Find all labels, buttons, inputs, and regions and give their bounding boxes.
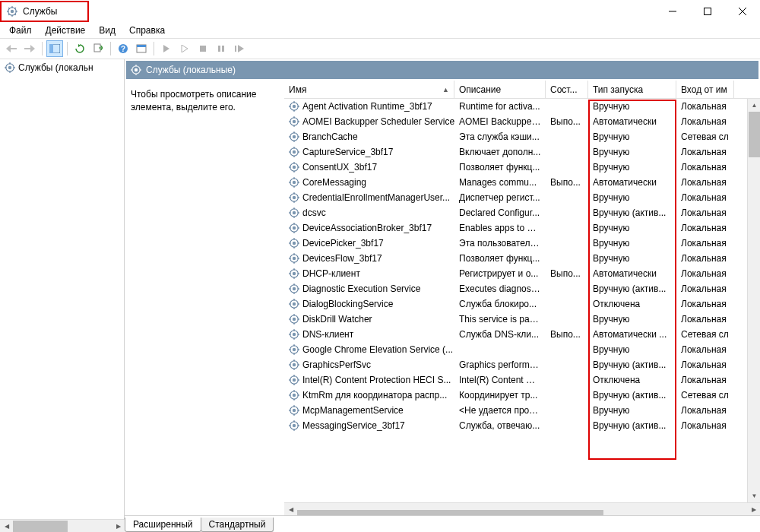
service-row[interactable]: McpManagementService<Не удается проч...В… xyxy=(284,403,760,418)
col-header-logon[interactable]: Вход от им xyxy=(676,81,734,98)
service-row[interactable]: DNS-клиентСлужба DNS-кли...Выпо...Автома… xyxy=(284,327,760,342)
service-row[interactable]: CaptureService_3bf17Включает дополн...Вр… xyxy=(284,144,760,160)
col-header-startup[interactable]: Тип запуска xyxy=(588,81,676,98)
outer-horizontal-scrollbar[interactable]: ◀ ▶ xyxy=(0,519,125,532)
cell-logon: Локальная xyxy=(676,206,734,220)
list-body[interactable]: Agent Activation Runtime_3bf17Runtime fo… xyxy=(284,99,760,515)
col-header-description[interactable]: Описание xyxy=(454,81,546,98)
cell-description: Позволяет функц... xyxy=(454,252,546,265)
cell-logon: Локальная xyxy=(676,160,734,174)
cell-description: Включает дополн... xyxy=(454,145,546,159)
menu-view[interactable]: Вид xyxy=(93,24,122,37)
service-row[interactable]: DialogBlockingServiceСлужба блокиро...От… xyxy=(284,296,760,312)
nav-forward-button[interactable] xyxy=(21,40,38,57)
menubar: Файл Действие Вид Справка xyxy=(0,23,760,38)
menu-help[interactable]: Справка xyxy=(123,24,171,37)
stop-service-button[interactable] xyxy=(195,40,211,57)
scroll-right-button[interactable]: ▶ xyxy=(112,520,125,532)
horizontal-scrollbar[interactable]: ◀ ▶ xyxy=(284,502,760,515)
menu-file[interactable]: Файл xyxy=(3,24,38,37)
service-row[interactable]: dcsvcDeclared Configur...Вручную (актив.… xyxy=(284,205,760,220)
close-button[interactable] xyxy=(725,0,760,23)
start-service-button[interactable] xyxy=(158,40,175,57)
tab-extended[interactable]: Расширенный xyxy=(125,518,201,532)
service-row[interactable]: Diagnostic Execution ServiceExecutes dia… xyxy=(284,281,760,296)
service-row[interactable]: KtmRm для координатора распр...Координир… xyxy=(284,388,760,403)
scroll-right-button[interactable]: ▶ xyxy=(747,503,760,516)
restart-service-button[interactable] xyxy=(231,40,248,57)
cell-startup: Вручную (актив... xyxy=(588,206,676,220)
svg-point-40 xyxy=(293,105,296,108)
cell-startup: Автоматически xyxy=(588,115,676,128)
maximize-button[interactable] xyxy=(690,0,725,23)
cell-startup: Вручную xyxy=(588,343,676,356)
nav-back-button[interactable] xyxy=(3,40,20,57)
toolbar-separator xyxy=(110,42,111,55)
properties-button[interactable] xyxy=(133,40,150,57)
cell-startup: Вручную (актив... xyxy=(588,282,676,296)
scroll-thumb[interactable] xyxy=(13,521,68,532)
titlebar: Службы xyxy=(0,0,760,23)
cell-status: Выпо... xyxy=(546,267,588,280)
scroll-left-button[interactable]: ◀ xyxy=(0,520,13,532)
scroll-down-button[interactable]: ▼ xyxy=(748,489,760,502)
service-row[interactable]: DiskDrill WatcherThis service is part ..… xyxy=(284,312,760,327)
svg-rect-26 xyxy=(235,46,236,52)
cell-startup: Вручную (актив... xyxy=(588,358,676,372)
minimize-button[interactable] xyxy=(655,0,690,23)
service-row[interactable]: AOMEI Backupper Scheduler ServiceAOMEI B… xyxy=(284,114,760,129)
show-hide-tree-button[interactable] xyxy=(46,40,63,57)
service-row[interactable]: Agent Activation Runtime_3bf17Runtime fo… xyxy=(284,99,760,114)
restart-dropdown-button[interactable] xyxy=(176,40,193,57)
cell-description: Эта пользователь... xyxy=(454,236,546,250)
service-row[interactable]: BranchCacheЭта служба кэши...ВручнуюСете… xyxy=(284,129,760,144)
pause-service-button[interactable] xyxy=(213,40,230,57)
service-row[interactable]: DeviceAssociationBroker_3bf17Enables app… xyxy=(284,220,760,236)
cell-logon: Сетевая сл xyxy=(676,388,734,402)
tree-root-services[interactable]: Службы (локальн xyxy=(0,59,124,76)
cell-description: Graphics performa... xyxy=(454,358,546,372)
cell-logon: Локальная xyxy=(676,236,734,250)
tab-standard[interactable]: Стандартный xyxy=(201,518,274,532)
service-row[interactable]: DevicesFlow_3bf17Позволяет функц...Вручн… xyxy=(284,251,760,266)
svg-point-124 xyxy=(293,318,296,321)
service-row[interactable]: CredentialEnrollmentManagerUser...Диспет… xyxy=(284,190,760,205)
cell-description: This service is part ... xyxy=(454,312,546,326)
scroll-left-button[interactable]: ◀ xyxy=(284,503,297,516)
cell-description: AOMEI Backupper... xyxy=(454,115,546,128)
service-row[interactable]: ConsentUX_3bf17Позволяет функц...Вручную… xyxy=(284,160,760,175)
help-button[interactable]: ? xyxy=(115,40,131,57)
service-row[interactable]: Intel(R) Content Protection HECI S...Int… xyxy=(284,372,760,388)
export-list-button[interactable] xyxy=(90,40,106,57)
svg-point-94 xyxy=(293,242,296,245)
refresh-button[interactable] xyxy=(71,40,88,57)
cell-status xyxy=(546,409,588,412)
service-row[interactable]: Google Chrome Elevation Service (...Вруч… xyxy=(284,342,760,357)
cell-status: Выпо... xyxy=(546,328,588,341)
cell-startup: Вручную (актив... xyxy=(588,419,676,432)
service-row[interactable]: CoreMessagingManages commu...Выпо...Авто… xyxy=(284,175,760,190)
service-row[interactable]: MessagingService_3bf17Служба, отвечаю...… xyxy=(284,418,760,433)
scroll-up-button[interactable]: ▲ xyxy=(748,99,760,112)
svg-point-82 xyxy=(293,211,296,214)
service-row[interactable]: DevicePicker_3bf17Эта пользователь...Вру… xyxy=(284,236,760,251)
svg-text:?: ? xyxy=(121,45,125,53)
cell-description: Служба блокиро... xyxy=(454,297,546,311)
cell-name: DHCP-клиент xyxy=(284,267,454,280)
scroll-thumb[interactable] xyxy=(297,510,603,515)
service-row[interactable]: DHCP-клиентРегистрирует и о...Выпо...Авт… xyxy=(284,266,760,281)
cell-status xyxy=(546,150,588,154)
svg-point-148 xyxy=(293,378,296,382)
vertical-scrollbar[interactable]: ▲ ▼ xyxy=(747,99,760,502)
svg-rect-22 xyxy=(137,45,146,47)
col-header-name[interactable]: Имя▲ xyxy=(284,81,454,98)
menu-action[interactable]: Действие xyxy=(40,24,92,37)
cell-description xyxy=(454,348,546,351)
col-header-status[interactable]: Сост... xyxy=(546,81,588,98)
service-row[interactable]: GraphicsPerfSvcGraphics performa...Вручн… xyxy=(284,357,760,372)
cell-status xyxy=(546,166,588,169)
scroll-thumb[interactable] xyxy=(749,112,760,157)
cell-name: DeviceAssociationBroker_3bf17 xyxy=(284,221,454,235)
main-panel: Службы (локальные) Чтобы просмотреть опи… xyxy=(125,59,760,532)
cell-status xyxy=(546,287,588,290)
